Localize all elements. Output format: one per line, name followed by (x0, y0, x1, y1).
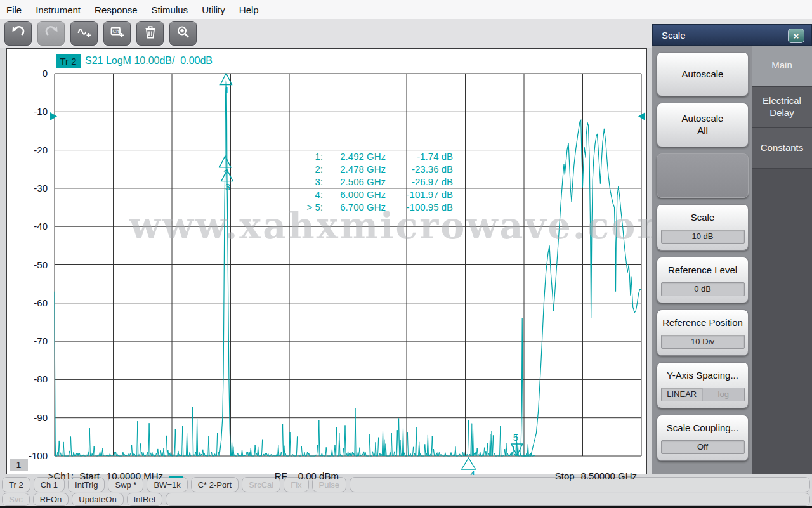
scale-panel-buttons: AutoscaleAutoscale AllScale10 dBReferenc… (652, 46, 752, 474)
zoom-in-icon (176, 25, 191, 42)
stop-label: Stop (555, 471, 575, 481)
graticule (55, 74, 641, 456)
channel-window: 12345 Tr 2 S21 LogM 10.00dB/ 0.00dB 0-10… (6, 48, 647, 474)
add-channel-button[interactable]: Ch (103, 21, 131, 46)
add-channel-icon: Ch (110, 25, 125, 42)
softkey-blank (657, 153, 749, 198)
marker-triangle (462, 458, 476, 469)
marker-frequency: 2.506 GHz (323, 176, 386, 188)
tab-main[interactable]: Main (752, 46, 812, 87)
trace-noise-floor (56, 407, 535, 456)
y-tick-label: -30 (7, 183, 48, 193)
y-tick-label: -90 (7, 412, 48, 423)
statusbar-button-updateon[interactable]: UpdateOn (72, 493, 123, 506)
softkey-value: Off (661, 440, 745, 454)
delete-button[interactable] (136, 21, 164, 46)
marker-frequency: 2.478 GHz (323, 163, 386, 176)
statusbar-button-c-2-port[interactable]: C* 2-Port (191, 477, 239, 492)
marker-value: -101.97 dB (386, 188, 453, 201)
plot-svg: 12345 (7, 49, 648, 475)
channel-number-badge: 1 (10, 459, 28, 471)
channel-start-status: >Ch1:Start10.0000 MHz (37, 460, 183, 492)
marker-label: > 5: (286, 201, 323, 214)
marker-number: 3 (225, 181, 230, 192)
y-tick-label: -20 (7, 145, 48, 155)
marker-readout-row: 3:2.506 GHz-26.97 dB (286, 176, 453, 188)
marker-label: 1: (286, 150, 323, 163)
channel-prefix: >Ch1: (48, 471, 74, 481)
svg-text:Ch: Ch (112, 29, 119, 34)
marker-value: -23.36 dB (386, 163, 453, 176)
menu-response[interactable]: Response (88, 4, 145, 15)
y-tick-label: -40 (7, 221, 48, 231)
softkey-autoscale-all[interactable]: Autoscale All (657, 103, 749, 147)
menu-utility[interactable]: Utility (195, 4, 232, 15)
stop-value: 8.50000 GHz (581, 471, 637, 481)
marker-readout: 1:2.492 GHz-1.74 dB2:2.478 GHz-23.36 dB3… (286, 150, 453, 214)
marker-readout-row: 2:2.478 GHz-23.36 dB (286, 163, 453, 176)
trash-icon (143, 25, 158, 42)
tab-constants[interactable]: Constants (752, 128, 812, 169)
softkey-label: Y-Axis Spacing... (667, 370, 738, 382)
tab-electrical-delay[interactable]: Electrical Delay (752, 87, 812, 128)
softkey-y-axis-spacing[interactable]: Y-Axis Spacing...LINEARlog (657, 362, 749, 408)
menu-stimulus[interactable]: Stimulus (145, 4, 195, 15)
y-tick-label: -80 (7, 374, 48, 384)
undo-icon (11, 25, 26, 42)
trace-passband-spike (219, 81, 231, 457)
softkey-toggle-value: LINEARlog (661, 388, 745, 401)
reference-indicator-left[interactable] (50, 112, 57, 120)
statusbar-button-blank (166, 493, 810, 506)
rf-label: RF (275, 471, 287, 481)
menu-instrument[interactable]: Instrument (29, 4, 88, 15)
marker-value: -26.97 dB (386, 176, 453, 188)
add-trace-button[interactable] (70, 21, 98, 46)
menu-help[interactable]: Help (232, 4, 266, 15)
undo-button[interactable] (4, 21, 32, 46)
marker-frequency: 6.700 GHz (323, 201, 386, 214)
marker-label: 4: (286, 188, 323, 201)
marker-label: 2: (286, 163, 323, 176)
softkey-scale[interactable]: Scale10 dB (657, 204, 749, 251)
softkey-value: 10 dB (661, 230, 745, 244)
trace-color-dash (169, 476, 183, 478)
redo-button (37, 21, 65, 46)
marker-readout-row: 4:6.000 GHz-101.97 dB (286, 188, 453, 201)
start-value: 10.0000 MHz (107, 471, 163, 481)
softkey-label: Reference Level (668, 264, 737, 277)
scale-panel-tabs: MainElectrical DelayConstants (752, 46, 812, 474)
zoom-button[interactable] (169, 21, 197, 46)
rf-value: 0.00 dBm (298, 471, 339, 481)
marker-value: -100.95 dB (386, 201, 453, 214)
softkey-label: Scale Coupling... (667, 422, 738, 434)
marker-4[interactable]: 4 (462, 458, 476, 475)
menu-bar: FileInstrumentResponseStimulusUtilityHel… (0, 0, 812, 19)
close-icon[interactable]: × (788, 29, 804, 43)
statusbar-button-tr-2[interactable]: Tr 2 (2, 477, 30, 492)
softkey-reference-level[interactable]: Reference Level0 dB (657, 257, 749, 303)
toggle-option-linear: LINEAR (662, 388, 703, 401)
marker-number: 5 (513, 432, 518, 443)
menu-file[interactable]: File (6, 4, 29, 15)
softkey-autoscale[interactable]: Autoscale (657, 52, 749, 96)
statusbar-button-rfon[interactable]: RFOn (33, 493, 69, 506)
scale-panel-titlebar[interactable]: Scale × (652, 24, 812, 46)
marker-label: 3: (286, 176, 323, 188)
marker-number: 1 (224, 84, 229, 95)
trace-badge[interactable]: Tr 2 (56, 54, 81, 68)
add-trace-icon (77, 25, 92, 42)
y-tick-label: 0 (7, 68, 48, 79)
marker-1[interactable]: 1 (220, 73, 232, 95)
marker-value: -1.74 dB (386, 150, 453, 163)
softkey-scale-coupling[interactable]: Scale Coupling...Off (657, 415, 749, 461)
marker-readout-row: 1:2.492 GHz-1.74 dB (286, 150, 453, 163)
trace-upper-band (521, 120, 641, 456)
softkey-reference-position[interactable]: Reference Position10 Div (657, 309, 749, 356)
statusbar-button-intref[interactable]: IntRef (127, 493, 163, 506)
statusbar-button-svc: Svc (2, 493, 30, 506)
stop-status: Stop8.50000 GHz (544, 460, 637, 492)
y-tick-label: -70 (7, 335, 48, 346)
start-label: Start (79, 471, 100, 481)
status-button-row-2: SvcRFOnUpdateOnIntRef (2, 493, 810, 506)
marker-frequency: 6.000 GHz (323, 188, 386, 201)
